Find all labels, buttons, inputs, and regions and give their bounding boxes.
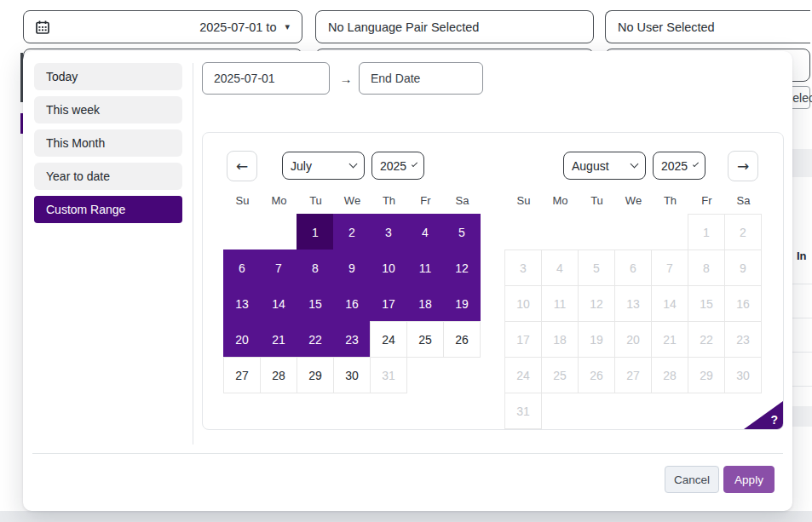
user-filter[interactable]: No User Selected: [605, 10, 810, 43]
chevron-down-icon: [693, 161, 699, 167]
left-month-select[interactable]: July: [282, 152, 365, 180]
day-cell-july-25[interactable]: 25: [406, 321, 444, 358]
day-cell-empty: [651, 214, 688, 250]
day-cell-august-13: 13: [614, 285, 652, 322]
day-cell-july-27[interactable]: 27: [223, 357, 261, 393]
previous-month-button[interactable]: ←: [227, 151, 257, 181]
day-cell-august-15: 15: [688, 285, 725, 322]
day-cell-august-26: 26: [578, 357, 615, 393]
background-row-line: [792, 352, 812, 353]
right-month-select[interactable]: August: [563, 152, 646, 180]
language-pair-filter[interactable]: No Language Pair Selected: [315, 10, 594, 43]
day-cell-july-29[interactable]: 29: [297, 357, 334, 393]
day-cell-july-13[interactable]: 13: [223, 285, 261, 322]
preset-today[interactable]: Today: [34, 63, 182, 90]
day-cell-empty: [614, 214, 652, 250]
day-cell-august-6: 6: [614, 250, 652, 286]
day-cell-july-2[interactable]: 2: [333, 214, 371, 250]
preset-this-week[interactable]: This week: [34, 96, 182, 123]
preset-list: TodayThis weekThis MonthYear to dateCust…: [34, 63, 182, 229]
day-cell-july-22[interactable]: 22: [297, 321, 334, 358]
day-cell-august-8: 8: [688, 250, 725, 286]
apply-button[interactable]: Apply: [723, 466, 775, 493]
day-cell-august-12: 12: [578, 285, 615, 322]
day-cell-july-16[interactable]: 16: [333, 285, 371, 322]
help-question-icon[interactable]: ?: [770, 413, 778, 427]
day-cell-august-19: 19: [578, 321, 615, 358]
date-range-filter[interactable]: 2025-07-01 to ▾: [23, 10, 302, 43]
day-cell-july-17[interactable]: 17: [370, 285, 407, 322]
day-cell-empty: [504, 214, 542, 250]
weekday-label: Th: [371, 194, 407, 207]
next-month-button[interactable]: →: [728, 151, 758, 181]
weekday-label: Sa: [725, 194, 762, 207]
day-cell-july-28[interactable]: 28: [260, 357, 297, 393]
start-date-input[interactable]: [202, 62, 330, 95]
day-cell-empty: [578, 393, 615, 429]
cancel-button[interactable]: Cancel: [665, 466, 719, 493]
day-cell-july-21[interactable]: 21: [260, 321, 297, 358]
day-cell-july-12[interactable]: 12: [443, 250, 481, 286]
day-cell-empty: [614, 393, 652, 429]
day-cell-august-18: 18: [541, 321, 579, 358]
background-row-line: [792, 284, 812, 284]
background-table-band: [792, 149, 812, 177]
day-cell-august-4: 4: [541, 250, 579, 286]
preset-year-to-date[interactable]: Year to date: [34, 163, 182, 190]
calendar-icon: [36, 20, 49, 34]
vertical-divider: [193, 63, 193, 445]
weekday-row-august: SuMoTuWeThFrSa: [505, 194, 762, 207]
right-year-select[interactable]: 2025: [653, 152, 705, 180]
day-cell-july-9[interactable]: 9: [333, 250, 371, 286]
left-year-value: 2025: [380, 159, 406, 173]
language-pair-filter-label: No Language Pair Selected: [328, 20, 479, 34]
day-cell-july-11[interactable]: 11: [406, 250, 444, 286]
right-month-value: August: [572, 159, 609, 173]
day-cell-july-30[interactable]: 30: [333, 357, 371, 393]
weekday-label: Tu: [579, 194, 615, 207]
day-cell-july-15[interactable]: 15: [297, 285, 334, 322]
day-cell-july-14[interactable]: 14: [260, 285, 297, 322]
preset-this-month[interactable]: This Month: [34, 129, 182, 157]
day-cell-august-10: 10: [504, 285, 542, 322]
day-cell-july-4[interactable]: 4: [406, 214, 444, 250]
day-cell-july-19[interactable]: 19: [443, 285, 481, 322]
day-cell-august-9: 9: [724, 250, 762, 286]
day-cell-empty: [651, 393, 688, 429]
day-cell-empty: [260, 214, 297, 250]
right-year-value: 2025: [661, 159, 688, 173]
day-cell-july-6[interactable]: 6: [223, 250, 261, 286]
footer-divider: [32, 453, 783, 454]
day-cell-august-11: 11: [541, 285, 579, 322]
left-year-select[interactable]: 2025: [371, 152, 424, 180]
calendar-container: ← July 2025 August 2025 → SuMoTuWeThFrSa…: [202, 132, 784, 430]
day-cell-august-30: 30: [724, 357, 762, 393]
weekday-label: Fr: [688, 194, 725, 207]
weekday-label: We: [615, 194, 652, 207]
weekday-label: Su: [224, 194, 261, 207]
day-cell-july-18[interactable]: 18: [406, 285, 444, 322]
day-cell-july-24[interactable]: 24: [370, 321, 407, 358]
day-cell-july-23[interactable]: 23: [333, 321, 371, 358]
preset-custom-range[interactable]: Custom Range: [34, 196, 182, 223]
day-cell-july-5[interactable]: 5: [443, 214, 481, 250]
end-date-input[interactable]: [359, 62, 483, 95]
day-cell-july-26[interactable]: 26: [443, 321, 481, 358]
day-cell-august-7: 7: [651, 250, 688, 286]
left-month-value: July: [291, 159, 312, 173]
day-grid-july: 1234567891011121314151617181920212223242…: [224, 215, 481, 393]
day-cell-august-14: 14: [651, 285, 688, 322]
day-cell-august-16: 16: [724, 285, 762, 322]
day-cell-july-7[interactable]: 7: [260, 250, 297, 286]
day-cell-july-20[interactable]: 20: [223, 321, 261, 358]
day-cell-july-8[interactable]: 8: [297, 250, 334, 286]
day-grid-august: 1234567891011121314151617181920212223242…: [505, 215, 762, 429]
day-cell-july-1[interactable]: 1: [297, 214, 334, 250]
chevron-down-icon: [631, 160, 639, 169]
weekday-label: Su: [505, 194, 542, 207]
date-range-value: 2025-07-01 to: [199, 20, 276, 34]
day-cell-empty: [578, 214, 615, 250]
day-cell-august-28: 28: [651, 357, 688, 393]
day-cell-july-3[interactable]: 3: [370, 214, 407, 250]
day-cell-july-10[interactable]: 10: [370, 250, 407, 286]
